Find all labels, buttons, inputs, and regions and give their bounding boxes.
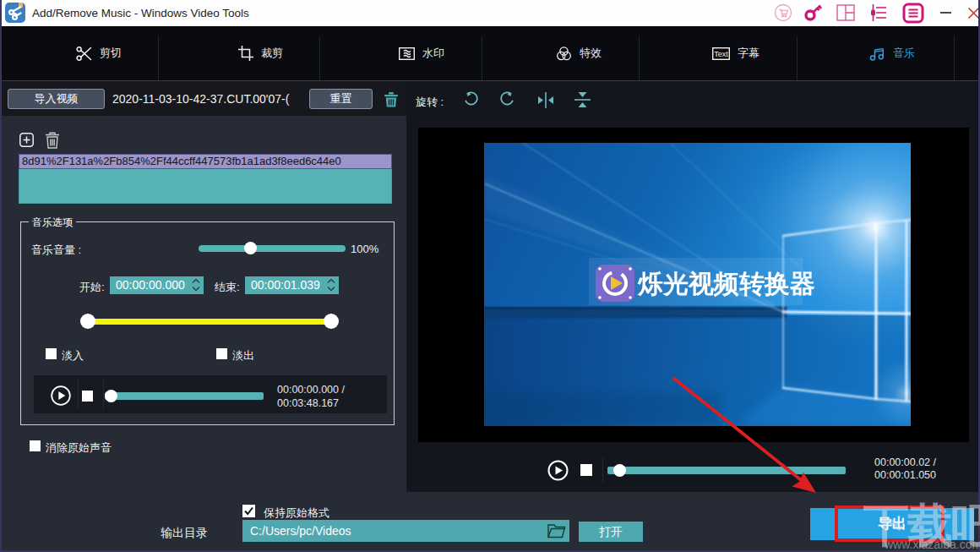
- svg-text:烁光视频转换器: 烁光视频转换器: [637, 270, 815, 298]
- svg-text:Text: Text: [714, 50, 728, 58]
